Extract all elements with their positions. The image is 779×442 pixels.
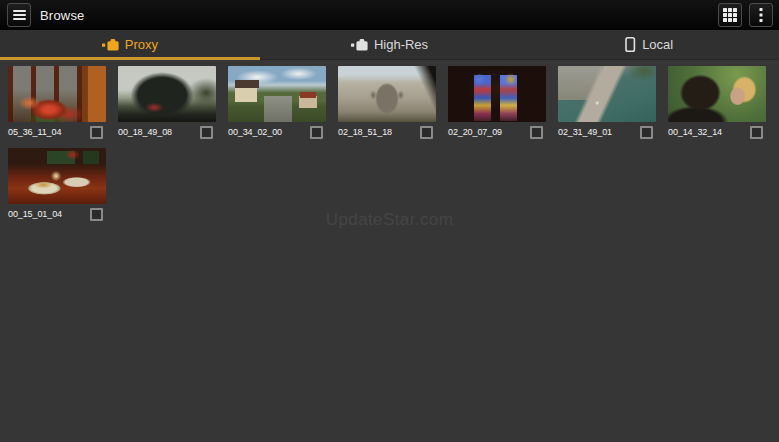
clip-timecode-label: 00_18_49_08: [118, 127, 172, 137]
tile-footer: 00_34_02_00: [228, 122, 326, 142]
tile-footer: 02_31_49_01: [558, 122, 656, 142]
tab-proxy-label: Proxy: [125, 37, 158, 52]
tab-high-res[interactable]: High-Res: [260, 30, 520, 59]
media-item[interactable]: 00_15_01_04: [2, 148, 112, 228]
overflow-menu-button[interactable]: [749, 3, 773, 27]
source-tab-bar: Proxy High-Res Local: [0, 30, 779, 60]
grid-view-icon: [723, 8, 737, 22]
media-item[interactable]: 02_18_51_18: [332, 66, 442, 146]
active-tab-indicator: [0, 57, 260, 60]
video-thumbnail[interactable]: [558, 66, 656, 122]
phone-icon: [625, 37, 636, 52]
video-thumbnail[interactable]: [448, 66, 546, 122]
tab-local-label: Local: [642, 37, 673, 52]
media-item[interactable]: 00_34_02_00: [222, 66, 332, 146]
clip-timecode-label: 02_20_07_09: [448, 127, 502, 137]
clip-timecode-label: 02_18_51_18: [338, 127, 392, 137]
highres-clip-icon: [351, 39, 368, 51]
media-item[interactable]: 00_18_49_08: [112, 66, 222, 146]
media-grid: 05_36_11_04 00_18_49_08 00_34_02_00 02_1…: [0, 60, 779, 230]
overflow-menu-icon: [759, 8, 763, 22]
select-checkbox[interactable]: [90, 126, 103, 139]
select-checkbox[interactable]: [750, 126, 763, 139]
video-thumbnail[interactable]: [668, 66, 766, 122]
select-checkbox[interactable]: [200, 126, 213, 139]
tab-local[interactable]: Local: [519, 30, 779, 59]
tile-footer: 02_18_51_18: [338, 122, 436, 142]
hamburger-icon: [13, 10, 26, 20]
tile-footer: 02_20_07_09: [448, 122, 546, 142]
tab-proxy[interactable]: Proxy: [0, 30, 260, 59]
clip-timecode-label: 00_15_01_04: [8, 209, 62, 219]
tab-high-res-label: High-Res: [374, 37, 428, 52]
menu-button[interactable]: [7, 3, 31, 27]
page-title: Browse: [40, 8, 85, 23]
select-checkbox[interactable]: [90, 208, 103, 221]
select-checkbox[interactable]: [420, 126, 433, 139]
media-item[interactable]: 00_14_32_14: [662, 66, 772, 146]
video-thumbnail[interactable]: [338, 66, 436, 122]
tile-footer: 00_15_01_04: [8, 204, 106, 224]
tile-footer: 00_18_49_08: [118, 122, 216, 142]
clip-timecode-label: 05_36_11_04: [8, 127, 61, 137]
grid-view-button[interactable]: [718, 3, 742, 27]
media-item[interactable]: 02_31_49_01: [552, 66, 662, 146]
video-thumbnail[interactable]: [8, 66, 106, 122]
top-action-bar: Browse: [0, 0, 779, 30]
select-checkbox[interactable]: [310, 126, 323, 139]
media-item[interactable]: 02_20_07_09: [442, 66, 552, 146]
video-thumbnail[interactable]: [118, 66, 216, 122]
clip-timecode-label: 00_14_32_14: [668, 127, 722, 137]
media-item[interactable]: 05_36_11_04: [2, 66, 112, 146]
select-checkbox[interactable]: [530, 126, 543, 139]
clip-timecode-label: 00_34_02_00: [228, 127, 282, 137]
clip-timecode-label: 02_31_49_01: [558, 127, 612, 137]
tile-footer: 05_36_11_04: [8, 122, 106, 142]
video-thumbnail[interactable]: [228, 66, 326, 122]
proxy-clip-icon: [102, 39, 119, 51]
select-checkbox[interactable]: [640, 126, 653, 139]
tile-footer: 00_14_32_14: [668, 122, 766, 142]
video-thumbnail[interactable]: [8, 148, 106, 204]
